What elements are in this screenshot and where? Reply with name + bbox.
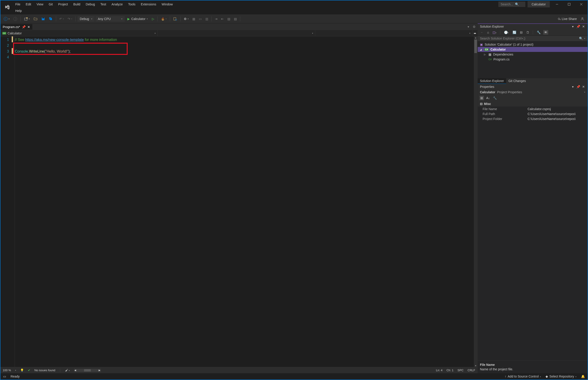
add-source-control-button[interactable]: ↑ Add to Source Control ▴ [505, 375, 541, 378]
undo-button[interactable]: ↶▾ [58, 16, 65, 21]
nav-type-combo[interactable]: ▾ [158, 30, 315, 36]
nav-project-combo[interactable]: C# Calculator ▾ [0, 30, 158, 36]
expander-icon[interactable]: ◢ [480, 48, 483, 51]
outdent-button[interactable]: ⇤ [220, 16, 225, 21]
tb-icon-2[interactable]: ▭ [198, 16, 203, 21]
property-category[interactable]: ⊟ Misc [478, 101, 588, 107]
maximize-button[interactable] [564, 1, 574, 8]
horizontal-scrollbar[interactable]: ◀▶ [74, 369, 101, 372]
tab-dropdown-icon[interactable]: ▾ [466, 24, 471, 29]
line-indicator[interactable]: Ln: 4 [436, 369, 442, 372]
search-input[interactable]: Search... 🔍 [498, 1, 525, 7]
start-debug-button[interactable]: ▶ Calculator ▾ [126, 16, 150, 21]
history-icon[interactable]: 🕐▾ [503, 30, 510, 35]
save-button[interactable] [40, 16, 47, 22]
eol-indicator[interactable]: CRLF [468, 369, 475, 372]
vertical-scrollbar[interactable]: ▲ ▼ [474, 37, 478, 367]
menu-test[interactable]: Test [98, 1, 109, 7]
uncomment-button[interactable]: ▤ [233, 16, 238, 21]
pin-icon[interactable]: 📌 [576, 85, 580, 89]
menu-extensions[interactable]: Extensions [138, 1, 159, 7]
zoom-level[interactable]: 100 % [3, 369, 11, 372]
menu-build[interactable]: Build [71, 1, 83, 7]
output-icon[interactable]: ▭ [3, 375, 6, 378]
property-row[interactable]: Full Path C:\Users\UserName\source\repos… [478, 112, 588, 116]
menu-analyze[interactable]: Analyze [109, 1, 125, 7]
collapse-icon[interactable]: ⊟ [480, 102, 483, 106]
config-dropdown[interactable]: Debug▾ [77, 16, 95, 21]
menu-window[interactable]: Window [159, 1, 175, 7]
solution-search-input[interactable]: Search Solution Explorer (Ctrl+;) 🔍▾ [478, 36, 588, 41]
tb-icon-3[interactable]: ▥ [204, 16, 210, 21]
tb-icon-1[interactable]: ▦ [191, 16, 197, 21]
close-button[interactable] [576, 1, 586, 8]
tab-solution-explorer[interactable]: Solution Explorer [478, 78, 506, 84]
pin-icon[interactable]: 📌 [22, 25, 26, 29]
panel-dropdown-icon[interactable]: ▾ [571, 85, 574, 89]
properties-icon[interactable]: 🔧 [536, 30, 541, 35]
dependencies-node[interactable]: ▷ ▦ Dependencies [478, 52, 588, 57]
start-without-debug-button[interactable]: ▷ [150, 16, 156, 21]
nav-back-button[interactable]: ▾ [2, 16, 11, 22]
nav-forward-button[interactable] [12, 16, 19, 22]
close-panel-icon[interactable]: ✕ [582, 25, 585, 28]
collapse-all-icon[interactable]: ⊟ [519, 30, 524, 35]
tab-gear-icon[interactable]: ⚙ [471, 24, 478, 29]
live-share-button[interactable]: Live Share [556, 16, 578, 21]
pin-icon[interactable]: 📌 [576, 25, 580, 28]
menu-debug[interactable]: Debug [83, 1, 97, 7]
panel-dropdown-icon[interactable]: ▾ [571, 25, 574, 28]
open-file-button[interactable] [32, 16, 39, 22]
issues-text[interactable]: No issues found [34, 369, 55, 372]
refresh-icon[interactable]: 🔄 [512, 30, 517, 35]
property-row[interactable]: File Name Calculator.csproj [478, 107, 588, 112]
comment-button[interactable]: ▤ [226, 16, 232, 21]
menu-git[interactable]: Git [46, 1, 55, 7]
account-button[interactable] [579, 16, 586, 22]
menu-edit[interactable]: Edit [23, 1, 34, 7]
code-editor[interactable]: 1 2 3 4 // See https://aka.ms/new-consol… [0, 37, 478, 367]
close-tab-icon[interactable]: ✕ [27, 25, 30, 29]
categorized-icon[interactable]: ⊞ [479, 96, 484, 100]
solution-node[interactable]: ▣ Solution 'Calculator' (1 of 1 project) [478, 42, 588, 47]
select-repository-button[interactable]: ◆ Select Repository ▴ [546, 375, 577, 378]
switch-views-icon[interactable]: ◫▾ [492, 30, 497, 35]
split-editor-icon[interactable]: ⬌ [473, 30, 478, 36]
close-panel-icon[interactable]: ✕ [582, 85, 585, 89]
comment-link[interactable]: https://aka.ms/new-console-template [25, 38, 84, 41]
indent-button[interactable]: ⇥ [213, 16, 219, 21]
redo-button[interactable]: ↷▾ [66, 16, 74, 21]
expander-icon[interactable]: ▷ [484, 53, 487, 56]
project-node[interactable]: ◢ C# Calculator [478, 47, 588, 52]
char-indicator[interactable]: Ch: 1 [446, 369, 453, 372]
indent-indicator[interactable]: SPC [458, 369, 463, 372]
save-all-button[interactable] [47, 16, 54, 22]
show-all-files-icon[interactable]: 🗋 [525, 30, 530, 35]
brush-icon[interactable]: 🖌 ▾ [65, 369, 70, 372]
preview-icon[interactable]: 👁 [543, 30, 548, 35]
menu-file[interactable]: File [13, 1, 23, 7]
lightbulb-icon[interactable]: 💡 [20, 369, 24, 372]
find-in-files-button[interactable] [172, 16, 179, 22]
properties-subject-combo[interactable]: Calculator Project Properties ▾ [478, 89, 588, 95]
home-icon[interactable]: ⌂ [486, 30, 490, 35]
minimize-button[interactable] [552, 1, 562, 8]
menu-project[interactable]: Project [55, 1, 71, 7]
alphabetical-icon[interactable]: A↓ [485, 96, 491, 100]
tab-git-changes[interactable]: Git Changes [506, 78, 528, 84]
property-row[interactable]: Project Folder C:\Users\UserName\source\… [478, 116, 588, 121]
platform-dropdown[interactable]: Any CPU▾ [95, 16, 125, 21]
new-project-button[interactable]: ▾ [22, 16, 31, 22]
file-node[interactable]: C# Program.cs [478, 57, 588, 62]
menu-tools[interactable]: Tools [125, 1, 138, 7]
notifications-icon[interactable]: 🔔 [581, 375, 585, 378]
menu-view[interactable]: View [34, 1, 46, 7]
hot-reload-button[interactable]: 🔥▾ [160, 16, 168, 21]
menu-help[interactable]: Help [13, 8, 24, 14]
code-text[interactable]: // See https://aka.ms/new-console-templa… [15, 37, 474, 367]
back-icon[interactable]: ← [479, 30, 484, 35]
wrench-icon[interactable]: 🔧 [492, 96, 498, 100]
file-tab[interactable]: Program.cs* 📌 ✕ [0, 24, 32, 30]
sln-config-button[interactable]: ⚙▾ [183, 16, 190, 21]
nav-member-combo[interactable]: ▾ [315, 30, 473, 36]
